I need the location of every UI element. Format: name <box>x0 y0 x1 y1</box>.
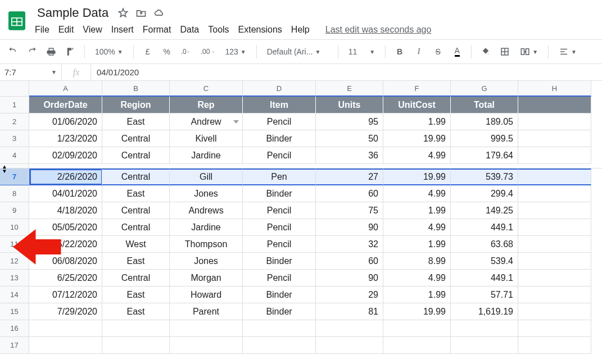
cell-item[interactable]: Pencil <box>243 113 316 130</box>
cell-rep[interactable]: Thompson <box>170 236 243 253</box>
header-units[interactable]: Units <box>316 97 383 113</box>
cell-blank[interactable] <box>518 185 591 202</box>
cell-empty[interactable] <box>383 337 451 354</box>
increase-decimal-button[interactable]: .00→ <box>198 44 218 60</box>
col-header-D[interactable]: D <box>243 81 316 97</box>
cell-region[interactable]: Central <box>102 270 170 286</box>
cell-item[interactable]: Binder <box>243 253 316 270</box>
sheets-app-icon[interactable] <box>4 4 29 36</box>
cell-units[interactable]: 32 <box>316 236 383 253</box>
header-rep[interactable]: Rep <box>170 97 243 113</box>
cell-region[interactable]: Central <box>102 130 170 147</box>
cell-orderdate[interactable]: 05/05/2020 <box>29 219 102 236</box>
cell-empty[interactable] <box>170 320 243 337</box>
header-total[interactable]: Total <box>451 97 518 113</box>
fill-color-button[interactable] <box>478 44 493 60</box>
print-button[interactable] <box>44 44 58 60</box>
cell-item[interactable]: Pencil <box>243 147 316 164</box>
menu-data[interactable]: Data <box>180 25 199 35</box>
cell-item[interactable]: Pencil <box>243 202 316 219</box>
cell-rep[interactable]: Gill <box>170 169 243 185</box>
cell-blank[interactable] <box>518 202 591 219</box>
cell-total[interactable]: 63.68 <box>451 236 518 253</box>
select-all-corner[interactable] <box>0 81 29 97</box>
row-header[interactable]: 8 <box>0 185 29 202</box>
cell-empty[interactable] <box>316 337 383 354</box>
cell-rep[interactable]: Parent <box>170 303 243 320</box>
menu-help[interactable]: Help <box>291 25 310 35</box>
formula-input[interactable]: 04/01/2020 <box>91 67 144 77</box>
cell-item[interactable]: Binder <box>243 286 316 303</box>
cell-blank[interactable] <box>518 303 591 320</box>
cell-region[interactable]: East <box>102 303 170 320</box>
cell-total[interactable]: 999.5 <box>451 130 518 147</box>
cell-total[interactable]: 189.05 <box>451 113 518 130</box>
cell-empty[interactable] <box>170 337 243 354</box>
cell-blank[interactable] <box>518 147 591 164</box>
cell-units[interactable]: 81 <box>316 303 383 320</box>
cell-total[interactable]: 57.71 <box>451 286 518 303</box>
cell-rep[interactable]: Jardine <box>170 219 243 236</box>
cell-orderdate[interactable]: 01/06/2020 <box>29 113 102 130</box>
menu-format[interactable]: Format <box>143 25 171 35</box>
cell-units[interactable]: 50 <box>316 130 383 147</box>
row-header[interactable]: 12 <box>0 253 29 270</box>
row-header[interactable]: ▼7 <box>0 169 29 185</box>
cell-units[interactable]: 27 <box>316 169 383 185</box>
row-header[interactable]: 10 <box>0 219 29 236</box>
cell-empty[interactable] <box>29 320 102 337</box>
cell-region[interactable]: East <box>102 185 170 202</box>
cell-empty[interactable] <box>518 337 591 354</box>
cell-rep[interactable]: Andrews <box>170 202 243 219</box>
cell-unitcost[interactable]: 4.99 <box>383 185 451 202</box>
cell-units[interactable]: 75 <box>316 202 383 219</box>
cell-total[interactable]: 539.73 <box>451 169 518 185</box>
cell-empty[interactable] <box>518 320 591 337</box>
cell-region[interactable]: East <box>102 113 170 130</box>
number-format-dropdown[interactable]: 123▼ <box>221 47 249 56</box>
cell-unitcost[interactable]: 4.99 <box>383 270 451 286</box>
row-header[interactable]: 1 <box>0 97 29 113</box>
cell-orderdate[interactable]: 1/23/2020 <box>29 130 102 147</box>
cell-empty[interactable] <box>451 337 518 354</box>
cell-orderdate[interactable]: 07/12/2020 <box>29 286 102 303</box>
last-edit-link[interactable]: Last edit was seconds ago <box>325 25 432 35</box>
cell-unitcost[interactable]: 1.99 <box>383 236 451 253</box>
cell-region[interactable]: West <box>102 236 170 253</box>
decrease-decimal-button[interactable]: .0← <box>179 44 194 60</box>
cell-total[interactable]: 449.1 <box>451 270 518 286</box>
strikethrough-button[interactable]: S <box>431 44 445 60</box>
row-header[interactable]: 17 <box>0 337 29 354</box>
redo-button[interactable] <box>25 44 39 60</box>
cell-rep[interactable]: Jones <box>170 253 243 270</box>
cell-units[interactable]: 90 <box>316 270 383 286</box>
currency-button[interactable]: £ <box>141 44 155 60</box>
cell-units[interactable]: 36 <box>316 147 383 164</box>
cell-item[interactable]: Pencil <box>243 270 316 286</box>
col-header-G[interactable]: G <box>451 81 518 97</box>
cell-empty[interactable] <box>102 337 170 354</box>
cell-rep[interactable]: Andrew <box>170 113 243 130</box>
cell-rep[interactable]: Howard <box>170 286 243 303</box>
cell-item[interactable]: Pen <box>243 169 316 185</box>
cell-region[interactable]: Central <box>102 202 170 219</box>
cell-total[interactable]: 299.4 <box>451 185 518 202</box>
cell-orderdate[interactable]: 6/25/2020 <box>29 270 102 286</box>
col-header-E[interactable]: E <box>316 81 383 97</box>
cell-empty[interactable] <box>383 320 451 337</box>
row-header[interactable]: 15 <box>0 303 29 320</box>
cell-orderdate[interactable]: 4/18/2020 <box>29 202 102 219</box>
cell-total[interactable]: 449.1 <box>451 219 518 236</box>
cell-blank[interactable] <box>518 286 591 303</box>
cell-units[interactable]: 90 <box>316 219 383 236</box>
cell-blank[interactable] <box>518 169 591 185</box>
star-icon[interactable] <box>117 7 129 19</box>
cell-region[interactable]: East <box>102 253 170 270</box>
cell-empty[interactable] <box>316 320 383 337</box>
cell-blank[interactable] <box>518 236 591 253</box>
col-header-H[interactable]: H <box>518 81 591 97</box>
cell-units[interactable]: 29 <box>316 286 383 303</box>
col-header-C[interactable]: C <box>170 81 243 97</box>
cell-item[interactable]: Binder <box>243 185 316 202</box>
font-size-dropdown[interactable]: 11▼ <box>345 47 378 56</box>
